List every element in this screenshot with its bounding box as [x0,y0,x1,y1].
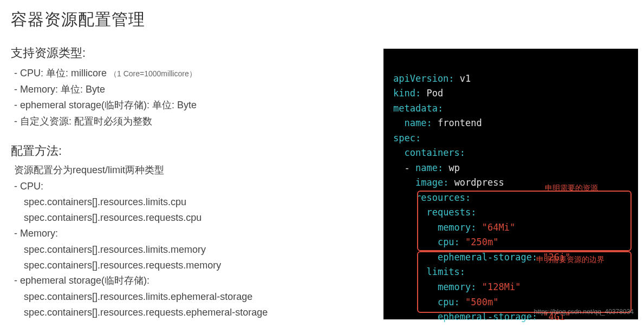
yaml-dash: - [404,162,409,173]
yaml-key: ephemeral-storage: [438,311,537,322]
method-path: spec.containers[].resources.limits.cpu [24,194,368,210]
yaml-key: image: [415,177,448,188]
method-path: spec.containers[].resources.requests.cpu [24,210,368,226]
method-heading: 配置方法: [11,143,368,159]
yaml-val: Pod [426,88,443,99]
requests-box [417,191,632,251]
types-note: （1 Core=1000millicore） [109,69,197,78]
types-item: - CPU: 单位: millicore （1 Core=1000millico… [14,66,368,82]
method-list: - CPU: spec.containers[].resources.limit… [11,179,368,320]
types-text: - CPU: 单位: millicore [14,68,109,78]
method-intro: 资源配置分为request/limit两种类型 [11,163,368,176]
yaml-val: frontend [438,117,482,128]
method-group-label: - CPU: [14,179,368,195]
page-title: 容器资源配置管理 [11,9,368,31]
yaml-key: spec: [393,133,421,143]
method-path: spec.containers[].resources.requests.eph… [24,305,368,320]
yaml-key: kind: [393,88,421,99]
types-item: - Memory: 单位: Byte [14,82,368,98]
yaml-code-panel: apiVersion: v1 kind: Pod metadata: name:… [383,49,638,319]
limits-box [417,251,632,313]
yaml-val: wp [448,162,459,173]
method-group-label: - Memory: [14,226,368,242]
yaml-key: apiVersion: [393,73,454,84]
yaml-key: name: [404,117,432,128]
yaml-key: metadata: [393,103,443,114]
method-group-label: - ephemeral storage(临时存储): [14,273,368,289]
method-path: spec.containers[].resources.limits.ephem… [24,289,368,305]
yaml-key: name: [415,162,443,173]
watermark: https://blog.csdn.net/qq_40378034 [534,307,634,317]
types-item: - ephemeral storage(临时存储): 单位: Byte [14,97,368,114]
yaml-val: v1 [460,73,471,84]
method-path: spec.containers[].resources.requests.mem… [24,258,368,273]
method-path: spec.containers[].resources.limits.memor… [24,242,368,258]
types-item: - 自定义资源: 配置时必须为整数 [14,114,368,130]
yaml-val: wordpress [454,177,504,188]
types-list: - CPU: 单位: millicore （1 Core=1000millico… [11,66,368,130]
types-heading: 支持资源类型: [11,45,368,61]
yaml-key: containers: [404,147,465,158]
